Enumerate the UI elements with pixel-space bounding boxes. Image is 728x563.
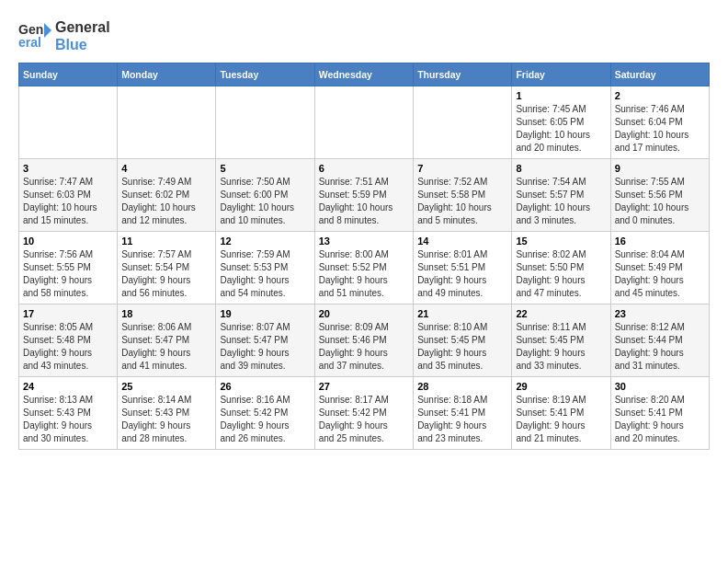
calendar-cell: [314, 86, 413, 159]
day-info: Sunrise: 7:57 AM Sunset: 5:54 PM Dayligh…: [121, 248, 211, 300]
calendar-cell: 28Sunrise: 8:18 AM Sunset: 5:41 PM Dayli…: [414, 377, 512, 450]
calendar-cell: 18Sunrise: 8:06 AM Sunset: 5:47 PM Dayli…: [118, 304, 216, 377]
day-info: Sunrise: 7:59 AM Sunset: 5:53 PM Dayligh…: [220, 248, 310, 300]
calendar-cell: 20Sunrise: 8:09 AM Sunset: 5:46 PM Dayli…: [314, 304, 413, 377]
calendar-day-header: Monday: [118, 63, 216, 86]
calendar-cell: 15Sunrise: 8:02 AM Sunset: 5:50 PM Dayli…: [512, 232, 610, 304]
calendar-cell: 30Sunrise: 8:20 AM Sunset: 5:41 PM Dayli…: [610, 377, 709, 450]
day-number: 7: [417, 163, 507, 174]
calendar-cell: 2Sunrise: 7:46 AM Sunset: 6:04 PM Daylig…: [610, 86, 709, 159]
day-number: 22: [516, 308, 606, 319]
calendar-cell: 27Sunrise: 8:17 AM Sunset: 5:42 PM Dayli…: [314, 377, 413, 450]
calendar-cell: [19, 86, 118, 159]
day-number: 17: [23, 308, 113, 319]
logo: Gen eral General Blue: [18, 18, 110, 53]
calendar-cell: 5Sunrise: 7:50 AM Sunset: 6:00 PM Daylig…: [216, 159, 314, 232]
calendar-cell: 1Sunrise: 7:45 AM Sunset: 6:05 PM Daylig…: [512, 86, 610, 159]
calendar-day-header: Sunday: [19, 63, 118, 86]
day-number: 10: [23, 236, 113, 247]
calendar-cell: 24Sunrise: 8:13 AM Sunset: 5:43 PM Dayli…: [19, 377, 118, 450]
calendar-cell: 6Sunrise: 7:51 AM Sunset: 5:59 PM Daylig…: [314, 159, 413, 232]
day-number: 16: [615, 236, 705, 247]
calendar-table: SundayMondayTuesdayWednesdayThursdayFrid…: [18, 63, 710, 450]
calendar-cell: 9Sunrise: 7:55 AM Sunset: 5:56 PM Daylig…: [610, 159, 709, 232]
calendar-day-header: Wednesday: [314, 63, 413, 86]
calendar-week-row: 10Sunrise: 7:56 AM Sunset: 5:55 PM Dayli…: [19, 232, 710, 304]
day-info: Sunrise: 8:04 AM Sunset: 5:49 PM Dayligh…: [615, 248, 705, 300]
day-number: 24: [23, 381, 113, 392]
day-info: Sunrise: 8:20 AM Sunset: 5:41 PM Dayligh…: [615, 394, 705, 445]
calendar-day-header: Friday: [512, 63, 610, 86]
day-info: Sunrise: 7:56 AM Sunset: 5:55 PM Dayligh…: [23, 248, 113, 300]
day-number: 18: [121, 308, 211, 319]
calendar-cell: 13Sunrise: 8:00 AM Sunset: 5:52 PM Dayli…: [314, 232, 413, 304]
day-info: Sunrise: 8:06 AM Sunset: 5:47 PM Dayligh…: [121, 321, 211, 373]
calendar-day-header: Tuesday: [216, 63, 314, 86]
day-info: Sunrise: 7:52 AM Sunset: 5:58 PM Dayligh…: [417, 176, 507, 227]
logo-text: General Blue: [55, 18, 110, 53]
day-number: 6: [319, 163, 409, 174]
day-number: 21: [417, 308, 507, 319]
day-number: 3: [23, 163, 113, 174]
calendar-day-header: Thursday: [414, 63, 512, 86]
day-number: 26: [220, 381, 310, 392]
day-number: 12: [220, 236, 310, 247]
day-info: Sunrise: 8:00 AM Sunset: 5:52 PM Dayligh…: [319, 248, 409, 300]
day-info: Sunrise: 8:05 AM Sunset: 5:48 PM Dayligh…: [23, 321, 113, 373]
day-info: Sunrise: 8:16 AM Sunset: 5:42 PM Dayligh…: [220, 394, 310, 445]
day-info: Sunrise: 8:17 AM Sunset: 5:42 PM Dayligh…: [319, 394, 409, 445]
calendar-header-row: SundayMondayTuesdayWednesdayThursdayFrid…: [19, 63, 710, 86]
day-info: Sunrise: 7:55 AM Sunset: 5:56 PM Dayligh…: [615, 176, 705, 227]
day-info: Sunrise: 7:47 AM Sunset: 6:03 PM Dayligh…: [23, 176, 113, 227]
calendar-cell: 17Sunrise: 8:05 AM Sunset: 5:48 PM Dayli…: [19, 304, 118, 377]
day-number: 25: [121, 381, 211, 392]
day-info: Sunrise: 7:54 AM Sunset: 5:57 PM Dayligh…: [516, 176, 606, 227]
calendar-cell: 10Sunrise: 7:56 AM Sunset: 5:55 PM Dayli…: [19, 232, 118, 304]
svg-marker-2: [44, 23, 51, 38]
day-info: Sunrise: 8:18 AM Sunset: 5:41 PM Dayligh…: [417, 394, 507, 445]
day-info: Sunrise: 7:46 AM Sunset: 6:04 PM Dayligh…: [615, 103, 705, 155]
day-info: Sunrise: 8:01 AM Sunset: 5:51 PM Dayligh…: [417, 248, 507, 300]
calendar-cell: 11Sunrise: 7:57 AM Sunset: 5:54 PM Dayli…: [118, 232, 216, 304]
day-info: Sunrise: 7:50 AM Sunset: 6:00 PM Dayligh…: [220, 176, 310, 227]
day-info: Sunrise: 8:10 AM Sunset: 5:45 PM Dayligh…: [417, 321, 507, 373]
day-number: 11: [121, 236, 211, 247]
day-number: 28: [417, 381, 507, 392]
calendar-cell: 12Sunrise: 7:59 AM Sunset: 5:53 PM Dayli…: [216, 232, 314, 304]
calendar-cell: 23Sunrise: 8:12 AM Sunset: 5:44 PM Dayli…: [610, 304, 709, 377]
day-number: 29: [516, 381, 606, 392]
day-number: 4: [121, 163, 211, 174]
day-info: Sunrise: 8:02 AM Sunset: 5:50 PM Dayligh…: [516, 248, 606, 300]
day-info: Sunrise: 8:14 AM Sunset: 5:43 PM Dayligh…: [121, 394, 211, 445]
calendar-cell: [118, 86, 216, 159]
logo-bird-icon: Gen eral: [18, 19, 51, 52]
calendar-cell: 4Sunrise: 7:49 AM Sunset: 6:02 PM Daylig…: [118, 159, 216, 232]
day-info: Sunrise: 8:11 AM Sunset: 5:45 PM Dayligh…: [516, 321, 606, 373]
calendar-week-row: 17Sunrise: 8:05 AM Sunset: 5:48 PM Dayli…: [19, 304, 710, 377]
day-number: 30: [615, 381, 705, 392]
calendar-cell: [216, 86, 314, 159]
calendar-cell: 25Sunrise: 8:14 AM Sunset: 5:43 PM Dayli…: [118, 377, 216, 450]
day-number: 27: [319, 381, 409, 392]
day-number: 13: [319, 236, 409, 247]
day-number: 5: [220, 163, 310, 174]
day-info: Sunrise: 8:12 AM Sunset: 5:44 PM Dayligh…: [615, 321, 705, 373]
svg-text:eral: eral: [18, 35, 41, 50]
calendar-week-row: 3Sunrise: 7:47 AM Sunset: 6:03 PM Daylig…: [19, 159, 710, 232]
day-info: Sunrise: 7:45 AM Sunset: 6:05 PM Dayligh…: [516, 103, 606, 155]
day-info: Sunrise: 8:09 AM Sunset: 5:46 PM Dayligh…: [319, 321, 409, 373]
page-header: Gen eral General Blue: [18, 18, 710, 53]
calendar-cell: 21Sunrise: 8:10 AM Sunset: 5:45 PM Dayli…: [414, 304, 512, 377]
calendar-cell: 16Sunrise: 8:04 AM Sunset: 5:49 PM Dayli…: [610, 232, 709, 304]
day-number: 8: [516, 163, 606, 174]
day-info: Sunrise: 8:19 AM Sunset: 5:41 PM Dayligh…: [516, 394, 606, 445]
calendar-cell: 26Sunrise: 8:16 AM Sunset: 5:42 PM Dayli…: [216, 377, 314, 450]
calendar-week-row: 24Sunrise: 8:13 AM Sunset: 5:43 PM Dayli…: [19, 377, 710, 450]
day-number: 23: [615, 308, 705, 319]
day-number: 9: [615, 163, 705, 174]
calendar-cell: 22Sunrise: 8:11 AM Sunset: 5:45 PM Dayli…: [512, 304, 610, 377]
calendar-cell: 3Sunrise: 7:47 AM Sunset: 6:03 PM Daylig…: [19, 159, 118, 232]
calendar-cell: [414, 86, 512, 159]
day-number: 1: [516, 90, 606, 101]
day-info: Sunrise: 8:07 AM Sunset: 5:47 PM Dayligh…: [220, 321, 310, 373]
